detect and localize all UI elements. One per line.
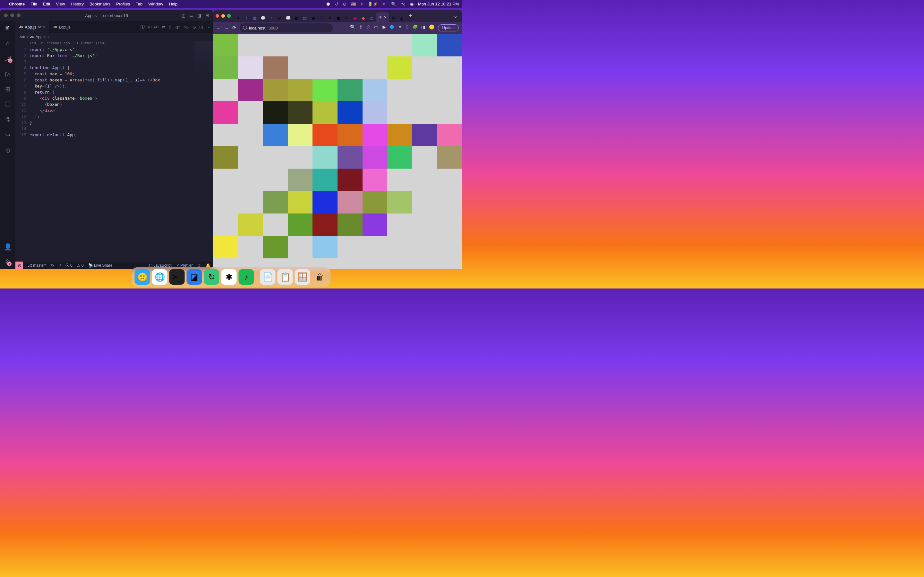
tab-box-js[interactable]: JS Box.js [50, 21, 74, 33]
info-icon[interactable]: ⓘ [141, 24, 145, 30]
menu-edit[interactable]: Edit [43, 2, 50, 6]
bookmark-icon[interactable]: ☆ [367, 24, 371, 31]
menu-window[interactable]: Window [148, 2, 163, 6]
more-icon[interactable]: ⋯ [5, 162, 11, 169]
tab-misc3[interactable]: ◼ [334, 14, 342, 22]
vscode-traffic-lights[interactable] [4, 13, 21, 17]
tab-calendar[interactable]: ▦ [250, 14, 259, 22]
dock-sync[interactable]: ↻ [204, 269, 220, 285]
menu-file[interactable]: File [31, 2, 37, 6]
tab-docs[interactable]: ▤ [300, 14, 309, 22]
breadcrumb-part[interactable]: App.js [36, 35, 46, 39]
tab-gmail[interactable]: M [276, 14, 284, 22]
update-button[interactable]: Update [438, 24, 459, 31]
layout-grid-icon[interactable]: ⊞ [205, 13, 209, 18]
menu-tab[interactable]: Tab [136, 2, 142, 6]
dock-finder[interactable]: 🙂 [135, 269, 150, 285]
tab-facebook[interactable]: f [242, 14, 250, 22]
settings-gear-icon[interactable]: ⚙1 [5, 258, 11, 266]
reload-button[interactable]: ⟳ [232, 25, 236, 31]
liveshare-icon[interactable]: ↪ [5, 131, 11, 139]
git-branch[interactable]: ⎇ master* [27, 263, 47, 268]
account-icon[interactable]: 👤 [4, 243, 12, 251]
forward-button[interactable]: → [224, 25, 229, 31]
menu-profiles[interactable]: Profiles [116, 2, 130, 6]
tab-app-js[interactable]: JS App.js M × [15, 21, 50, 33]
git-graph-icon[interactable]: ⑂ [59, 263, 61, 268]
close-tab-icon[interactable]: × [384, 15, 387, 19]
bell-icon[interactable]: 🔔 [206, 263, 210, 268]
tab-docs2[interactable]: ▤ [367, 14, 376, 22]
ext-4-icon[interactable]: C [405, 24, 409, 31]
bluetooth-icon[interactable]: ᚼ [360, 2, 363, 6]
back-button[interactable]: ← [216, 25, 221, 31]
remote-icon[interactable]: 🖵 [5, 101, 11, 108]
ext-1-icon[interactable]: ◉ [382, 24, 386, 31]
battery-icon[interactable]: 🔋⚡ [368, 2, 378, 6]
tab-chat[interactable]: 💭 [284, 14, 292, 22]
dock-pages[interactable]: 📄 [260, 269, 276, 285]
sidepanel-icon[interactable]: ◨ [421, 24, 425, 31]
codelens[interactable]: You, 39 seconds ago | 1 author (You) [29, 41, 213, 47]
wifi-icon[interactable]: ᯤ [383, 2, 387, 6]
feedback-icon[interactable]: ☺ [197, 263, 201, 268]
panel-right-icon[interactable]: ◨ [197, 13, 202, 18]
ext-3-icon[interactable]: ✦ [398, 24, 402, 31]
warnings-count[interactable]: ⚠ 0 [77, 263, 84, 268]
nav-back-icon[interactable]: ◁○ [174, 25, 180, 29]
cast-icon[interactable]: ▭ [374, 24, 378, 31]
control-center-icon[interactable]: ⌥ [401, 2, 405, 6]
split-icon[interactable]: ◫ [199, 25, 203, 29]
remote-indicator-icon[interactable]: ⌘ [15, 261, 23, 269]
dock-trash[interactable]: 🗑 [312, 269, 328, 285]
breadcrumb[interactable]: src › JS App.js › ... [15, 33, 213, 41]
close-tab-icon[interactable]: × [43, 25, 45, 29]
tab-hubspot[interactable]: ◆ [359, 14, 367, 22]
dock-terminal[interactable]: >_ [170, 269, 185, 285]
errors-count[interactable]: ⓧ 0 [65, 263, 73, 268]
dropbox-icon[interactable]: ⬢ [326, 2, 330, 6]
tab-misc7[interactable]: ▲ [397, 14, 406, 22]
nav-fwd-icon[interactable]: ○▷ [184, 25, 189, 29]
play-icon[interactable]: ⊙ [343, 2, 347, 6]
spotlight-icon[interactable]: 🔍 [391, 2, 396, 6]
active-app-name[interactable]: Chrome [9, 2, 25, 6]
tab-react-app[interactable]: ⚛ × [376, 12, 389, 22]
dock-spotify[interactable]: ♪ [239, 269, 254, 285]
more-actions-icon[interactable]: ⋯ [206, 25, 210, 29]
minimap[interactable] [194, 41, 213, 76]
panel-layout-icon[interactable]: ◫ [181, 13, 186, 18]
prettier-status[interactable]: ✓ Prettier [176, 263, 193, 268]
testing-icon[interactable]: ⚗ [5, 116, 11, 123]
chrome-traffic-lights[interactable] [216, 14, 231, 18]
extensions-icon[interactable]: 🧩 [412, 24, 418, 31]
tab-overflow-icon[interactable]: ⌄ [451, 13, 459, 19]
code-content[interactable]: You, 39 seconds ago | 1 author (You) imp… [29, 41, 213, 261]
tab-misc2[interactable]: 〰 [317, 14, 326, 22]
search-icon[interactable]: ⌕ [6, 39, 10, 47]
site-info-icon[interactable]: ⓘ [243, 25, 247, 31]
address-bar[interactable]: ⓘ localhost:3000 [240, 23, 333, 32]
tab-misc4[interactable]: ○ [342, 14, 351, 22]
panel-bottom-icon[interactable]: ▭ [189, 13, 194, 18]
dock-chrome[interactable]: 🌐 [152, 269, 168, 285]
menu-bookmarks[interactable]: Bookmarks [89, 2, 110, 6]
profile-avatar-icon[interactable]: 🟡 [429, 24, 435, 31]
tab-misc5[interactable]: ◉ [351, 14, 359, 22]
share-icon[interactable]: ⇪ [359, 24, 363, 31]
tab-photos2[interactable]: ✦ [326, 14, 334, 22]
timeline-icon[interactable]: ⊙ [5, 147, 11, 154]
menu-view[interactable]: View [56, 2, 65, 6]
dock-win[interactable]: 🪟 [295, 269, 310, 285]
tab-misc6[interactable]: ⚙ [389, 14, 397, 22]
dock-vscode[interactable]: ◪ [187, 269, 202, 285]
breadcrumb-part[interactable]: ... [51, 35, 55, 39]
run-debug-icon[interactable]: ▷ [5, 70, 10, 77]
tab-messages[interactable]: 💬 [259, 14, 267, 22]
tab-steam[interactable]: ◉ [309, 14, 317, 22]
menu-history[interactable]: History [71, 2, 83, 6]
ext-2-icon[interactable]: 🔷 [389, 24, 395, 31]
extensions-icon[interactable]: ⊞ [5, 85, 11, 93]
tab-misc1[interactable]: ◐ [292, 14, 300, 22]
breadcrumb-part[interactable]: src [20, 35, 25, 39]
